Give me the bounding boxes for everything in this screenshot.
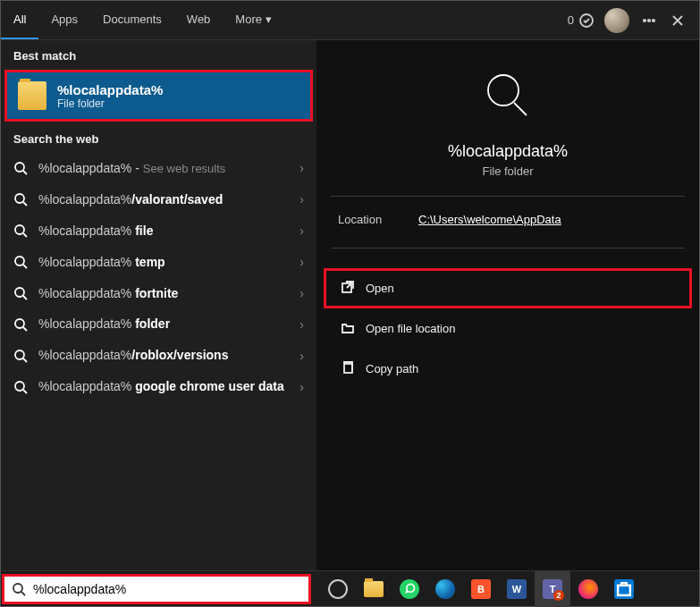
svg-point-8 bbox=[15, 288, 24, 297]
search-icon bbox=[13, 161, 28, 175]
file-explorer-button[interactable] bbox=[356, 571, 392, 607]
tab-apps[interactable]: Apps bbox=[38, 1, 90, 39]
firefox-button[interactable] bbox=[570, 571, 606, 607]
action-open[interactable]: Open bbox=[324, 268, 692, 308]
suggestion-text: %localappdata%/roblox/versions bbox=[38, 347, 289, 364]
tab-documents[interactable]: Documents bbox=[90, 1, 174, 39]
best-match-title: %localappdata% bbox=[57, 82, 163, 97]
action-label: Open bbox=[366, 282, 394, 295]
word-button[interactable]: W bbox=[499, 571, 535, 607]
preview-subtitle: File folder bbox=[316, 164, 699, 178]
close-icon bbox=[671, 14, 684, 27]
svg-point-9 bbox=[15, 319, 24, 328]
location-label: Location bbox=[338, 213, 418, 226]
brave-button[interactable]: B bbox=[463, 571, 499, 607]
search-web-label: Search the web bbox=[1, 123, 316, 153]
preview-panel: %localappdata% File folder Location C:\U… bbox=[316, 40, 699, 570]
search-icon bbox=[13, 349, 28, 363]
medal-icon bbox=[578, 12, 595, 30]
user-avatar[interactable] bbox=[604, 8, 629, 33]
suggestion-text: %localappdata% -See web results bbox=[38, 160, 289, 177]
web-suggestions: %localappdata% -See web results › %local… bbox=[1, 153, 316, 402]
teams-button[interactable]: T bbox=[535, 571, 570, 607]
svg-point-6 bbox=[15, 225, 24, 234]
chevron-right-icon: › bbox=[299, 317, 304, 332]
web-suggestion[interactable]: %localappdata% folder › bbox=[1, 308, 316, 340]
store-button[interactable] bbox=[606, 571, 642, 607]
tab-all[interactable]: All bbox=[1, 1, 38, 39]
web-suggestion[interactable]: %localappdata%/roblox/versions › bbox=[1, 340, 316, 371]
web-suggestion[interactable]: %localappdata% -See web results › bbox=[1, 153, 316, 184]
folder-icon bbox=[18, 81, 46, 110]
search-icon bbox=[13, 192, 28, 207]
svg-point-3 bbox=[653, 19, 654, 21]
web-suggestion[interactable]: %localappdata%/valorant/saved › bbox=[1, 184, 316, 215]
open-loc-icon bbox=[341, 320, 355, 337]
taskbar-search[interactable] bbox=[2, 574, 311, 604]
chevron-right-icon: › bbox=[299, 161, 304, 175]
svg-point-7 bbox=[15, 257, 24, 266]
web-suggestion[interactable]: %localappdata% google chrome user data › bbox=[1, 371, 316, 402]
svg-point-1 bbox=[644, 19, 645, 21]
search-icon bbox=[13, 255, 28, 269]
results-panel: Best match %localappdata% File folder Se… bbox=[1, 40, 316, 570]
web-suggestion[interactable]: %localappdata% temp › bbox=[1, 247, 316, 278]
svg-point-4 bbox=[15, 163, 24, 172]
action-label: Copy path bbox=[366, 362, 418, 375]
brave-icon: B bbox=[471, 579, 491, 599]
action-open-loc[interactable]: Open file location bbox=[324, 308, 692, 349]
edge-button[interactable] bbox=[427, 571, 463, 607]
taskbar: B W T bbox=[1, 570, 699, 606]
rewards-count[interactable]: 0 bbox=[568, 12, 595, 30]
web-suggestion[interactable]: %localappdata% fortnite › bbox=[1, 278, 316, 309]
location-link[interactable]: C:\Users\welcome\AppData bbox=[418, 213, 561, 226]
more-options-button[interactable] bbox=[635, 6, 663, 35]
best-match-subtitle: File folder bbox=[57, 97, 163, 110]
suggestion-text: %localappdata% google chrome user data bbox=[38, 378, 289, 395]
divider bbox=[331, 196, 685, 197]
chevron-right-icon: › bbox=[299, 223, 304, 238]
cortana-icon bbox=[328, 579, 348, 599]
close-button[interactable] bbox=[663, 6, 692, 35]
best-match-result[interactable]: %localappdata% File folder bbox=[4, 70, 313, 122]
svg-point-10 bbox=[15, 350, 24, 359]
chevron-right-icon: › bbox=[299, 192, 304, 207]
web-suggestion[interactable]: %localappdata% file › bbox=[1, 215, 316, 247]
location-row: Location C:\Users\welcome\AppData bbox=[316, 209, 699, 230]
folder-icon bbox=[364, 581, 384, 597]
svg-point-15 bbox=[13, 584, 22, 593]
svg-rect-14 bbox=[344, 364, 352, 373]
edge-icon bbox=[435, 579, 455, 599]
suggestion-text: %localappdata% folder bbox=[38, 316, 289, 333]
search-icon bbox=[12, 582, 26, 596]
suggestion-text: %localappdata% fortnite bbox=[38, 285, 289, 302]
ellipsis-icon bbox=[642, 13, 656, 28]
suggestion-text: %localappdata% temp bbox=[38, 254, 289, 271]
tab-web[interactable]: Web bbox=[174, 1, 223, 39]
action-copy[interactable]: Copy path bbox=[324, 349, 692, 389]
search-header: All Apps Documents Web More▾ 0 bbox=[1, 1, 699, 40]
chevron-down-icon: ▾ bbox=[266, 13, 272, 26]
search-icon bbox=[13, 223, 28, 238]
svg-point-12 bbox=[488, 75, 519, 105]
firefox-icon bbox=[578, 579, 598, 599]
search-icon bbox=[13, 317, 28, 332]
whatsapp-button[interactable] bbox=[392, 571, 427, 607]
word-icon: W bbox=[507, 579, 527, 599]
actions-list: OpenOpen file locationCopy path bbox=[316, 268, 699, 389]
search-icon bbox=[477, 65, 539, 128]
search-input[interactable] bbox=[33, 582, 308, 596]
search-icon bbox=[13, 286, 28, 300]
search-icon bbox=[13, 380, 28, 394]
open-icon bbox=[341, 280, 355, 297]
store-icon bbox=[614, 579, 634, 599]
chevron-right-icon: › bbox=[299, 286, 304, 300]
cortana-button[interactable] bbox=[320, 571, 356, 607]
chevron-right-icon: › bbox=[299, 255, 304, 269]
tab-more[interactable]: More▾ bbox=[223, 1, 284, 39]
suggestion-text: %localappdata%/valorant/saved bbox=[38, 191, 289, 208]
svg-rect-16 bbox=[618, 585, 630, 594]
action-label: Open file location bbox=[366, 322, 455, 335]
svg-point-5 bbox=[15, 194, 24, 203]
suggestion-text: %localappdata% file bbox=[38, 223, 289, 240]
